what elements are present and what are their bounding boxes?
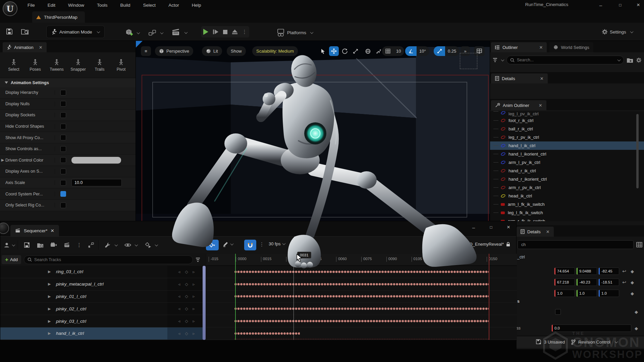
tab-outliner[interactable]: Outliner ✕ [491,42,547,52]
expand-arrow-icon[interactable]: ▶ [48,269,51,274]
prev-key-icon[interactable]: ◃ [178,331,180,336]
expand-arrow-icon[interactable]: ▶ [0,158,5,162]
chevron-down-icon[interactable] [501,58,504,61]
value-y-field[interactable]: -40.23 [576,279,597,286]
setting-checkbox[interactable] [60,135,66,140]
setting-checkbox[interactable] [60,169,66,174]
world-space-icon[interactable] [363,46,373,56]
menu-item[interactable]: Window [67,2,86,8]
add-key-icon[interactable]: ◇ [185,269,188,274]
timeline-ruler[interactable]: -015000000150030004500600075009001050120… [206,254,517,266]
setting-checkbox[interactable] [60,112,66,118]
save-sequence-icon[interactable] [22,240,32,250]
scale-snap-control[interactable]: 0.25 [434,46,460,56]
wrench-icon[interactable] [103,240,113,250]
color-swatch[interactable] [71,157,121,164]
eject-button[interactable] [232,29,237,34]
view-options-eye-icon[interactable] [123,240,133,250]
scale-tool-icon[interactable] [351,46,360,56]
timeline-track-row[interactable] [206,327,517,340]
value-x-field[interactable]: 67.218 [554,279,575,286]
tab-anim-outliner[interactable]: Anim Outliner ✕ [491,100,546,110]
keyframe-dots[interactable] [234,294,489,298]
keyframe-dots[interactable] [234,270,489,274]
anim-control-row[interactable]: leg_l_pv_ik_ctrl [490,111,644,116]
stop-button[interactable] [223,30,227,34]
actor-hierarchy-icon[interactable] [86,240,96,250]
anim-control-row[interactable]: hand_r_ikorient_ctrl [490,175,644,183]
unreal-logo-icon[interactable]: U [3,1,17,16]
sequencer-minimize-button[interactable]: – [469,223,478,231]
tab-sequencer[interactable]: Sequencer* ✕ [10,225,59,236]
setting-checkbox[interactable] [60,90,66,96]
value-x-field[interactable]: 1.0 [554,290,575,297]
browse-content-icon[interactable] [21,27,30,36]
value-y-field[interactable]: 9.0488 [576,267,597,275]
scalability-button[interactable]: Scalability: Medium [252,46,298,56]
setting-checkbox[interactable] [60,180,66,186]
next-key-icon[interactable]: ▹ [193,294,195,299]
timeline-track-row[interactable] [206,303,517,315]
browse-sequence-icon[interactable] [35,240,45,250]
sequence-breadcrumb[interactable]: SQ_EnemyReveal* [466,242,510,247]
render-movie-icon[interactable] [62,240,72,250]
setting-checkbox[interactable] [60,202,66,208]
camera-icon[interactable] [49,240,59,250]
sequencer-options-icon[interactable]: ⋮ [74,240,84,250]
add-actor-dropdown[interactable] [123,27,142,39]
setting-checkbox[interactable] [60,191,66,197]
anim-control-row[interactable]: hand_l_ikorient_ctrl [490,150,644,158]
keyframe-dots[interactable] [234,307,489,311]
revision-control-dropdown[interactable]: Revision Control [571,340,617,345]
animation-tool-button[interactable]: Snapper [69,59,87,72]
timeline-track-row[interactable] [206,266,517,278]
fps-dropdown[interactable]: 30 fps [269,241,285,246]
frame-skip-button[interactable] [213,29,218,34]
outliner-settings-gear-icon[interactable] [636,57,642,63]
blueprints-dropdown[interactable] [146,27,165,38]
track-search[interactable] [24,255,193,264]
anim-control-row[interactable]: head_ik_ctrl [490,192,644,200]
track-scrollbar[interactable] [203,266,206,340]
track-filter-icon[interactable] [196,257,202,262]
anim-control-row[interactable]: leg_l_fk_ik_switch [490,208,644,217]
close-icon[interactable]: ✕ [539,103,542,108]
rotation-snap-control[interactable]: 10° [405,46,429,56]
track-row[interactable]: ▶ pinky_03_l_ctrl ◃ ◇ ▹ [0,315,206,327]
prev-key-icon[interactable]: ◃ [178,269,180,274]
menu-item[interactable]: File [26,2,36,8]
prev-key-icon[interactable]: ◃ [178,319,180,323]
cinematics-dropdown[interactable] [170,27,189,38]
add-key-icon[interactable]: ◇ [185,306,188,311]
viewport-options-icon[interactable]: ≡ [141,46,151,56]
menu-item[interactable]: Tools [96,2,109,8]
close-icon[interactable]: ✕ [539,45,543,50]
expand-arrow-icon[interactable]: ▶ [48,319,51,323]
value-x-field[interactable]: 74.654 [554,267,575,275]
viewport[interactable]: ≡ Perspective Lit Show Scalability: Medi… [136,41,490,226]
anim-outliner-scrollbar[interactable] [636,114,639,188]
animation-mode-dropdown[interactable]: Animation Mode [47,26,104,38]
add-key-icon[interactable]: ◇ [185,282,188,287]
details-checkbox[interactable] [555,309,561,315]
anim-control-row[interactable]: hand_l_ik_ctrl [490,141,644,150]
next-key-icon[interactable]: ▹ [193,331,195,336]
timeline-track-row[interactable] [206,315,517,327]
value-z-field[interactable]: -18.51 [598,279,619,286]
anim-control-row[interactable]: ball_r_ik_ctrl [490,125,644,133]
track-row[interactable]: ▶ hand_l_ik_ctrl ◃ ◇ ▹ [0,327,206,340]
anim-control-row[interactable]: arm_l_pv_ik_ctrl [490,158,644,167]
save-icon[interactable] [5,27,13,36]
chevron-down-icon[interactable] [12,243,15,246]
close-icon[interactable]: ✕ [51,228,54,233]
playback-start-marker[interactable] [235,254,236,340]
next-key-icon[interactable]: ▹ [193,269,195,274]
next-key-icon[interactable]: ▹ [193,319,195,323]
details-grid-icon[interactable] [636,242,642,247]
animation-settings-header[interactable]: Animation Settings [0,78,136,87]
animation-tool-button[interactable]: Pivot [112,59,130,72]
reset-to-default-icon[interactable]: ↩ [621,280,628,285]
keyframe-diamond-icon[interactable]: ◆ [635,326,638,331]
expand-arrow-icon[interactable]: ▶ [48,294,51,299]
menu-item[interactable]: Select [142,2,157,8]
